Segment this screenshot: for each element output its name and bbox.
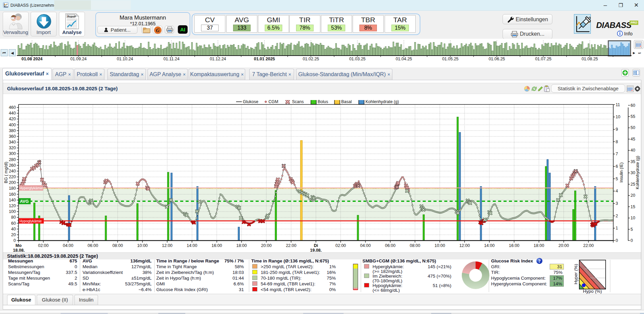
svg-text:08:00: 08:00 [112,243,123,248]
svg-text:380: 380 [9,128,16,133]
svg-text:45: 45 [631,137,635,142]
svg-text:16:00: 16:00 [212,243,222,248]
svg-text:12:00: 12:00 [162,243,172,248]
svg-text:19.08.: 19.08. [310,248,322,253]
svg-text:8: 8 [616,139,618,144]
svg-text:100: 100 [9,209,16,214]
svg-text:01.01 2025: 01.01 2025 [254,57,275,61]
svg-text:10: 10 [631,216,635,220]
svg-text:Kohlenhydrate (g): Kohlenhydrate (g) [365,100,399,104]
svg-text:Hypoglykämie: Hypoglykämie [20,219,42,223]
svg-text:01.05.25: 01.05.25 [442,57,459,61]
svg-text:02:00: 02:00 [335,243,346,248]
svg-text:55: 55 [631,114,635,119]
svg-text:5: 5 [616,177,618,181]
svg-text:30: 30 [631,170,635,175]
svg-text:01.11.24: 01.11.24 [163,57,180,61]
svg-text:180: 180 [9,186,16,191]
svg-text:01.09.24: 01.09.24 [70,57,87,61]
svg-text:Kohlenhydrate (g): Kohlenhydrate (g) [635,156,640,189]
svg-text:01.12.24: 01.12.24 [210,57,226,61]
svg-text:10:00: 10:00 [434,243,445,248]
svg-text:14:00: 14:00 [187,243,197,248]
svg-text:06:00: 06:00 [88,243,98,248]
svg-text:10:00: 10:00 [137,243,148,248]
svg-text:11: 11 [616,102,620,107]
svg-text:01.08 2024: 01.08 2024 [22,57,43,61]
svg-text:12:00: 12:00 [459,243,470,248]
svg-text:120: 120 [9,203,16,208]
svg-text:01.02.25: 01.02.25 [303,57,319,61]
svg-text:60: 60 [631,103,635,108]
svg-text:220: 220 [9,175,16,179]
svg-text:?: ? [538,259,541,264]
svg-text:18:00: 18:00 [534,243,544,248]
svg-text:Mo: Mo [15,243,22,248]
svg-text:Report: Report [67,15,76,18]
svg-text:40: 40 [631,148,635,153]
svg-text:01.04.25: 01.04.25 [396,57,412,61]
svg-text:0: 0 [13,238,16,243]
svg-text:4: 4 [616,189,618,193]
svg-text:01.07.25: 01.07.25 [535,57,552,61]
svg-text:160: 160 [9,192,16,197]
svg-text:420: 420 [9,117,16,121]
svg-text:260: 260 [9,163,16,168]
svg-text:Di: Di [314,243,318,248]
svg-text:20: 20 [11,232,16,237]
svg-text:Glukose: Glukose [243,100,258,104]
svg-text:240: 240 [9,169,16,174]
svg-text:Bolus: Bolus [318,100,328,104]
svg-text:3: 3 [616,201,618,206]
svg-text:01.06.25: 01.06.25 [489,57,505,61]
svg-text:280: 280 [9,157,16,162]
svg-text:20: 20 [631,193,635,198]
svg-text:02:00: 02:00 [38,243,49,248]
svg-text:Hyperglykämie: Hyperglykämie [20,186,43,190]
svg-text:G: G [156,28,160,33]
svg-text:7: 7 [616,152,618,156]
svg-text:Insulin (IE): Insulin (IE) [619,162,624,183]
svg-text:01.03.25: 01.03.25 [349,57,366,61]
svg-text:CGM: CGM [268,100,278,104]
svg-text:320: 320 [9,146,16,150]
svg-text:15: 15 [631,205,635,209]
svg-text:460: 460 [9,105,16,110]
svg-text:5: 5 [631,227,633,232]
svg-text:6: 6 [616,164,618,169]
svg-text:35: 35 [631,159,635,164]
svg-text:BG ( mg/dl): BG ( mg/dl) [4,162,8,183]
svg-text:1: 1 [616,226,618,230]
svg-text:06:00: 06:00 [385,243,395,248]
svg-text:2: 2 [616,214,618,218]
svg-text:10: 10 [616,115,620,119]
svg-text:08:00: 08:00 [410,243,420,248]
svg-text:140: 140 [9,198,16,202]
svg-text:20:00: 20:00 [558,243,569,248]
svg-text:50: 50 [631,125,635,130]
svg-text:0: 0 [631,238,633,243]
svg-text:18:00: 18:00 [236,243,247,248]
svg-text:80: 80 [11,215,16,220]
svg-text:200: 200 [9,180,16,185]
svg-text:01.10.24: 01.10.24 [117,57,133,61]
svg-text:300: 300 [9,151,16,156]
svg-text:Scans: Scans [292,100,304,104]
svg-text:04:00: 04:00 [63,243,73,248]
svg-text:04:00: 04:00 [360,243,371,248]
svg-text:9: 9 [616,127,618,132]
svg-text:25: 25 [631,182,635,187]
svg-text:14:00: 14:00 [484,243,494,248]
svg-text:20:00: 20:00 [261,243,271,248]
svg-text:AVG: AVG [20,199,29,204]
svg-text:60: 60 [11,221,16,226]
svg-text:22:00: 22:00 [286,243,296,248]
svg-text:18.08.: 18.08. [13,248,25,253]
svg-text:Basal: Basal [341,100,352,104]
svg-text:22:00: 22:00 [583,243,593,248]
svg-text:340: 340 [9,140,16,145]
svg-text:40: 40 [11,227,16,231]
svg-text:360: 360 [9,134,16,139]
svg-text:0: 0 [616,238,618,243]
svg-text:400: 400 [9,123,16,127]
